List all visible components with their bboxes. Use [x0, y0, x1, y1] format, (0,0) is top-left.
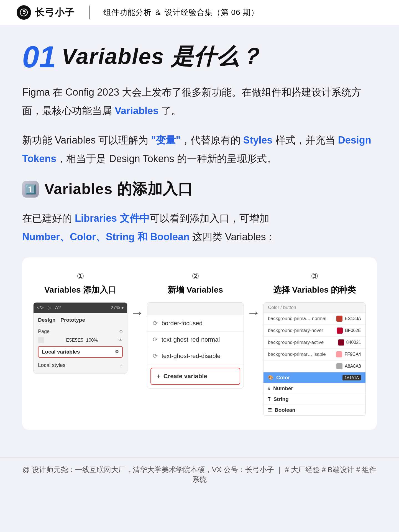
vars-create-plus: + — [157, 373, 160, 380]
vars-item-icon-3: ⟳ — [153, 352, 158, 360]
subsection-vars-title: 1️⃣ Variables 的添加入口 — [22, 179, 377, 199]
section-vars-para: 在已建好的 Libraries 文件中可以看到添加入口，可增加 Number、C… — [22, 209, 377, 246]
figma-panel-body: Design Prototype Page ⊙ E5E5E5 100% 👁 Lo… — [34, 313, 127, 374]
number-section-icon: # — [268, 386, 270, 391]
types-section-number[interactable]: # Number — [264, 383, 365, 394]
section-01-number: 01 — [22, 42, 56, 72]
arrow-2: → — [244, 271, 263, 321]
subsection-num-icon: 1️⃣ — [25, 184, 36, 195]
arrow-icon-2: → — [247, 305, 260, 321]
types-row-5: A8A8A8 — [264, 360, 365, 372]
figma-vars-icon: ⚙ — [115, 349, 119, 355]
figma-icon-play: ▷ — [48, 305, 51, 311]
figma-percent: 27% ▾ — [111, 305, 124, 311]
types-chip-4 — [336, 351, 342, 357]
vars-item-2: ⟳ text-ghost-red-normal — [147, 332, 244, 348]
figma-panel-1: </> ▷ A? 27% ▾ Design Prototype Page ⊙ — [33, 302, 127, 374]
arrow-icon-1: → — [130, 305, 144, 321]
diagram-col1-num: ① — [77, 271, 84, 281]
figma-tabs: Design Prototype — [38, 317, 123, 324]
para2-end: ，相当于是 Design Tokens 的一种新的呈现形式。 — [56, 153, 277, 164]
diagram-col-1: ① Variables 添加入口 </> ▷ A? 27% ▾ Design P… — [33, 271, 127, 374]
arrow-1: → — [127, 271, 147, 321]
vars-item-label-1: border-focused — [162, 320, 203, 327]
para2-quote: "变量" — [151, 134, 180, 146]
section-01-heading: Variables 是什么？ — [62, 42, 262, 72]
types-row-name-2: background-primary-hover — [268, 328, 337, 333]
figma-icon-a: A? — [55, 305, 61, 311]
vars-item-1: ⟳ border-focused — [147, 315, 244, 332]
vars-panel-header — [147, 303, 244, 315]
vars-item-label-3: text-ghost-red-disable — [162, 352, 221, 360]
section-01-title: 01 Variables 是什么？ — [22, 42, 377, 72]
number-section-label: Number — [273, 385, 293, 392]
header: 长弓小子 组件功能分析 ＆ 设计经验合集（第 06 期） — [0, 0, 399, 25]
types-row-name-3: background-primary-active — [268, 340, 338, 345]
vars-para-end: 这四类 Variables： — [190, 231, 276, 242]
para2-mid: ，代替原有的 — [181, 134, 243, 146]
figma-row-page: Page ⊙ — [38, 329, 123, 334]
para2-mid2: 样式，并充当 — [273, 134, 338, 146]
types-val-5: A8A8A8 — [345, 364, 361, 369]
figma-tab-prototype[interactable]: Prototype — [60, 317, 85, 324]
diagram-col1-label: Variables 添加入口 — [44, 284, 116, 296]
section-01-para2: 新功能 Variables 可以理解为 "变量"，代替原有的 Styles 样式… — [22, 131, 377, 168]
para1-end: 了。 — [158, 105, 181, 116]
para1-highlight: Variables — [115, 105, 158, 116]
logo: 长弓小子 — [17, 5, 75, 20]
subsection-vars-heading: Variables 的添加入口 — [44, 179, 193, 199]
types-chip-2 — [337, 328, 343, 334]
svg-point-1 — [23, 12, 25, 13]
vars-para-types: Number、Color、String 和 Boolean — [22, 231, 190, 242]
diagram-col2-num: ② — [192, 271, 199, 281]
figma-topbar: </> ▷ A? 27% ▾ — [34, 303, 127, 313]
diagram-col3-num: ③ — [311, 271, 318, 281]
types-section-boolean[interactable]: ☰ Boolean — [264, 405, 365, 416]
color-section-label: Color — [276, 375, 290, 381]
types-row-name-4: background-primar… isable — [268, 352, 336, 357]
main-content: 01 Variables 是什么？ Figma 在 Config 2023 大会… — [0, 25, 399, 452]
figma-local-styles: Local styles + — [38, 361, 123, 370]
section-01-para1: Figma 在 Config 2023 大会上发布了很多新功能。在做组件和搭建设… — [22, 83, 377, 120]
logo-icon — [17, 5, 31, 20]
diagram-col2-label: 新增 Variables — [168, 284, 223, 296]
header-title: 组件功能分析 ＆ 设计经验合集（第 06 期） — [103, 7, 259, 18]
footer-text: @ 设计师元尧：一线互联网大厂，清华大学美术学院本硕，VX 公号：长弓小子 ｜ … — [22, 466, 377, 484]
header-divider — [89, 6, 89, 19]
figma-tab-design[interactable]: Design — [38, 317, 55, 324]
vars-para-highlight: Libraries 文件中 — [75, 213, 150, 224]
types-chip-1 — [336, 316, 342, 322]
types-panel-header: Color / button — [264, 303, 365, 313]
figma-local-vars-label: Local variables — [42, 349, 80, 355]
types-row-3: background-primary-active 840021 — [264, 337, 365, 349]
types-section-color[interactable]: 🎨 Color 1A1A1A — [264, 372, 365, 383]
subsection-icon: 1️⃣ — [22, 181, 39, 198]
figma-color-chip — [38, 337, 44, 343]
types-row-1: background-prima… normal ES133A — [264, 313, 365, 325]
vars-item-3: ⟳ text-ghost-red-disable — [147, 348, 244, 364]
boolean-section-icon: ☰ — [268, 407, 272, 413]
diagram-col3-label: 选择 Variables 的种类 — [273, 284, 356, 296]
types-row-name-1: background-prima… normal — [268, 316, 336, 321]
types-chip-3 — [338, 339, 344, 346]
figma-color-value: E5E5E5 100% — [66, 337, 98, 343]
types-chip-5 — [336, 363, 342, 369]
footer: @ 设计师元尧：一线互联网大厂，清华大学美术学院本硕，VX 公号：长弓小子 ｜ … — [0, 457, 399, 492]
figma-icon-code: </> — [37, 305, 44, 311]
figma-local-styles-label: Local styles — [38, 362, 65, 368]
vars-create-button[interactable]: + Create variable — [150, 368, 240, 385]
types-section-string[interactable]: T String — [264, 394, 365, 405]
figma-page-icon: ⊙ — [119, 329, 123, 334]
types-val-3: 840021 — [346, 340, 361, 345]
types-panel: Color / button background-prima… normal … — [263, 302, 366, 416]
types-row-4: background-primar… isable FF9CA4 — [264, 349, 365, 360]
types-val-1: ES133A — [345, 316, 361, 321]
vars-item-icon-1: ⟳ — [153, 320, 158, 327]
para2-styles: Styles — [243, 134, 273, 146]
para2-start: 新功能 Variables 可以理解为 — [22, 134, 151, 146]
diagram-col-2: ② 新增 Variables ⟳ border-focused ⟳ text-g… — [147, 271, 244, 388]
types-row-2: background-primary-hover BF062E — [264, 325, 365, 337]
color-section-icon: 🎨 — [268, 375, 273, 380]
vars-item-icon-2: ⟳ — [153, 336, 158, 343]
figma-row-color: E5E5E5 100% 👁 — [38, 337, 123, 343]
